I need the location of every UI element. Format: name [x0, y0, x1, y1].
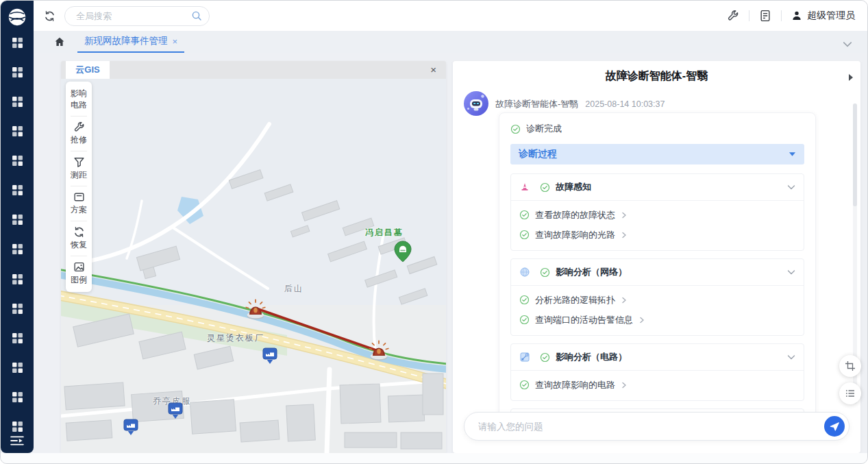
message-timestamp: 2025-08-14 10:03:37 — [585, 99, 665, 109]
panel-expand-icon[interactable] — [848, 72, 854, 80]
diagnosis-step[interactable]: 查看故障的故障状态 — [519, 205, 795, 225]
arrow-right-icon[interactable] — [621, 211, 628, 219]
user-icon — [791, 10, 802, 21]
image-icon — [73, 261, 85, 273]
sidebar-item-9[interactable] — [12, 273, 23, 285]
user-name: 超级管理员 — [807, 10, 855, 22]
refresh-icon[interactable] — [44, 10, 55, 22]
check-icon — [519, 230, 530, 240]
tool-label: 测距 — [71, 169, 87, 181]
factory-marker[interactable] — [123, 419, 138, 437]
wrench-icon — [73, 121, 85, 133]
alarm-marker[interactable] — [366, 337, 392, 361]
map-tool-4[interactable]: 方案 — [71, 190, 87, 217]
tabbar-chevron-down-icon[interactable] — [843, 38, 852, 45]
map-tool-2[interactable]: 抢修 — [71, 120, 87, 147]
map-close-button[interactable]: × — [427, 62, 439, 77]
check-icon — [540, 182, 550, 193]
screenshot-crop-button[interactable] — [839, 355, 861, 377]
map-toolbox: 影响电路抢修测距方案恢复图例 — [66, 82, 92, 292]
diagnosis-section-2: 影响分析（网络）分析光路的逻辑拓扑查询端口的活动告警信息 — [510, 258, 804, 336]
chevron-down-icon[interactable] — [787, 269, 795, 276]
map-tool-1[interactable]: 影响电路 — [71, 86, 87, 112]
step-label: 分析光路的逻辑拓扑 — [535, 294, 615, 306]
sidebar-item-3[interactable] — [12, 96, 23, 108]
diagnosis-step[interactable]: 查询故障影响的电路 — [519, 375, 795, 395]
check-icon — [540, 352, 550, 363]
sidebar-item-6[interactable] — [12, 184, 23, 196]
map-tool-3[interactable]: 测距 — [71, 155, 87, 182]
sidebar-collapse-button[interactable] — [10, 435, 24, 446]
arrow-right-icon[interactable] — [621, 296, 628, 304]
sidebar-item-12[interactable] — [12, 362, 23, 374]
chat-composer[interactable] — [464, 412, 850, 441]
tab-fault-event-management[interactable]: 新现网故障事件管理 × — [77, 31, 184, 53]
task-list-button[interactable] — [839, 382, 861, 404]
diagnosis-step[interactable]: 查询端口的活动告警信息 — [519, 310, 795, 330]
section-header[interactable]: 影响分析（网络） — [511, 259, 804, 286]
sidebar-item-8[interactable] — [12, 243, 23, 255]
brand-logo-icon — [7, 7, 27, 27]
restore-icon — [73, 226, 85, 238]
sidebar-item-5[interactable] — [12, 155, 23, 167]
home-icon[interactable] — [54, 36, 65, 47]
sidebar-item-10[interactable] — [12, 303, 23, 315]
sidebar-item-1[interactable] — [12, 37, 23, 49]
arrow-right-icon[interactable] — [638, 316, 645, 324]
map-tool-5[interactable]: 恢复 — [71, 225, 87, 252]
status-text: 诊断完成 — [526, 123, 562, 135]
globe-icon — [519, 267, 530, 278]
search-icon[interactable] — [191, 10, 202, 21]
sidebar-item-13[interactable] — [12, 391, 23, 403]
check-icon — [519, 295, 530, 305]
sidebar-nav — [12, 32, 23, 434]
diagnosis-card: 诊断完成 诊断过程 故障感知查看故障的故障状态查询故障影响的光路影响分析（网络）… — [499, 112, 816, 412]
scrollbar-thumb[interactable] — [853, 103, 857, 206]
diagnosis-header: 故障诊断智能体-智翳 — [453, 61, 860, 91]
sidebar-item-2[interactable] — [12, 66, 23, 78]
arrow-right-icon[interactable] — [621, 381, 628, 389]
chevron-down-icon[interactable] — [787, 184, 795, 191]
question-input[interactable] — [477, 421, 824, 432]
check-icon — [510, 124, 521, 134]
tab-close-icon[interactable]: × — [173, 36, 178, 47]
map-basemap — [61, 79, 446, 453]
top-bar: 超级管理员 — [34, 1, 867, 31]
diagnosis-process-header[interactable]: 诊断过程 — [510, 144, 804, 164]
chat-messages: 故障诊断智能体-智翳2025-08-14 10:03:37 诊断完成 诊断过程 … — [453, 91, 860, 412]
sidebar-item-4[interactable] — [12, 125, 23, 137]
document-icon[interactable] — [759, 10, 771, 22]
search-input[interactable] — [75, 10, 187, 22]
diagnosis-step[interactable]: 分析光路的逻辑拓扑 — [519, 290, 795, 310]
triangle-down-icon[interactable] — [789, 151, 796, 157]
diagnosis-step[interactable]: 查询故障影响的光路 — [519, 225, 795, 245]
arrow-right-icon[interactable] — [621, 231, 628, 239]
circuit-icon — [519, 352, 530, 363]
step-label: 查询故障影响的光路 — [535, 229, 615, 241]
section-header[interactable]: 影响分析（电路） — [511, 344, 804, 371]
check-icon — [540, 267, 550, 278]
diagnosis-panel: 故障诊断智能体-智翳 故障诊断智能体-智翳2025-08-14 10:03:37… — [453, 61, 860, 453]
factory-marker[interactable] — [168, 402, 183, 420]
sidebar-item-11[interactable] — [12, 332, 23, 344]
wrench-icon[interactable] — [727, 10, 739, 22]
tomb-pin-marker[interactable] — [394, 241, 412, 262]
robot-avatar — [464, 91, 488, 116]
map-tab-cloudgis[interactable]: 云GIS — [66, 61, 110, 79]
sidebar-item-7[interactable] — [12, 214, 23, 225]
factory-marker[interactable] — [262, 347, 277, 365]
diagnosis-sections: 故障感知查看故障的故障状态查询故障影响的光路影响分析（网络）分析光路的逻辑拓扑查… — [510, 173, 804, 412]
user-menu[interactable]: 超级管理员 — [791, 10, 855, 22]
map-canvas[interactable]: 冯启昌墓后山灵星烫衣板厂乔亭皮服 影响电路抢修测距方案恢复图例 — [61, 79, 446, 453]
sidebar-item-14[interactable] — [12, 421, 23, 432]
send-button[interactable] — [824, 416, 845, 437]
map-tool-6[interactable]: 图例 — [71, 260, 87, 287]
section-header[interactable]: 故障感知 — [511, 174, 804, 201]
alarm-marker[interactable] — [243, 295, 269, 320]
global-search[interactable] — [64, 6, 210, 26]
chevron-down-icon[interactable] — [787, 354, 795, 361]
tool-label: 抢修 — [71, 134, 87, 146]
tool-divider — [71, 151, 87, 151]
panel-title: 故障诊断智能体-智翳 — [606, 69, 708, 84]
message-sender: 故障诊断智能体-智翳 — [495, 99, 578, 109]
